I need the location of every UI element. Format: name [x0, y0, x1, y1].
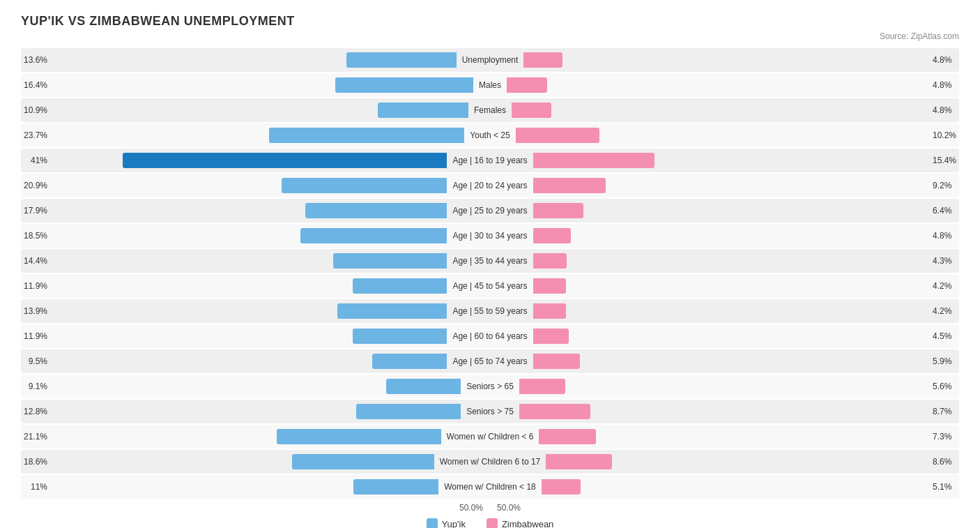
left-bar-wrap — [52, 153, 447, 168]
bar-row: 41%Age | 16 to 19 years15.4% — [21, 149, 959, 172]
center-label: Age | 30 to 34 years — [447, 231, 533, 241]
legend-item-zimbabwean: Zimbabwean — [487, 518, 553, 528]
left-bar-wrap — [52, 77, 473, 93]
bar-blue — [337, 303, 447, 319]
left-bar-wrap — [52, 52, 457, 68]
right-value: 5.6% — [933, 382, 959, 391]
bar-row: 13.6%Unemployment4.8% — [21, 48, 959, 72]
left-bar-wrap — [52, 329, 447, 344]
right-section: 4.8% — [512, 103, 959, 118]
left-bar-wrap — [52, 454, 434, 469]
left-value: 10.9% — [21, 105, 47, 115]
left-section: 11.9% — [21, 278, 447, 294]
right-bar-wrap — [533, 153, 928, 168]
bar-blue — [353, 278, 447, 294]
legend-item-yupik: Yup'ik — [427, 518, 466, 528]
right-value: 4.8% — [933, 231, 959, 241]
axis-right-label: 50.0% — [490, 503, 959, 513]
bar-blue — [292, 454, 434, 469]
center-label: Women w/ Children < 18 — [438, 482, 542, 492]
center-label: Age | 60 to 64 years — [447, 331, 533, 341]
bar-pink — [516, 128, 600, 143]
right-section: 4.5% — [533, 329, 959, 344]
right-bar-wrap — [533, 178, 928, 193]
right-bar-wrap — [533, 354, 928, 369]
left-value: 18.6% — [21, 457, 47, 467]
left-section: 16.4% — [21, 77, 473, 93]
left-section: 11.9% — [21, 329, 447, 344]
right-bar-wrap — [533, 329, 928, 344]
right-value: 7.3% — [933, 432, 959, 442]
center-label: Age | 20 to 24 years — [447, 181, 533, 190]
left-bar-wrap — [52, 379, 461, 394]
right-section: 4.8% — [533, 228, 959, 243]
bar-blue — [353, 479, 438, 495]
right-bar-wrap — [519, 379, 928, 394]
left-section: 41% — [21, 153, 447, 168]
left-value: 11.9% — [21, 281, 47, 291]
right-section: 4.2% — [533, 303, 959, 319]
bar-row: 18.5%Age | 30 to 34 years4.8% — [21, 224, 959, 248]
bar-blue — [378, 103, 468, 118]
bar-row: 11.9%Age | 60 to 64 years4.5% — [21, 324, 959, 348]
left-bar-wrap — [52, 228, 447, 243]
bar-row: 13.9%Age | 55 to 59 years4.2% — [21, 299, 959, 323]
bar-row: 10.9%Females4.8% — [21, 98, 959, 122]
left-bar-wrap — [52, 479, 438, 495]
right-value: 4.8% — [933, 105, 959, 115]
left-section: 13.9% — [21, 303, 447, 319]
right-bar-wrap — [533, 278, 928, 294]
bar-blue — [372, 354, 447, 369]
right-value: 5.9% — [933, 356, 959, 366]
left-section: 23.7% — [21, 128, 464, 143]
right-bar-wrap — [516, 128, 928, 143]
right-value: 4.3% — [933, 256, 959, 266]
left-section: 14.4% — [21, 253, 447, 269]
center-label: Age | 25 to 29 years — [447, 206, 533, 216]
left-value: 17.9% — [21, 206, 47, 216]
left-value: 9.1% — [21, 382, 47, 391]
bar-row: 9.1%Seniors > 655.6% — [21, 375, 959, 398]
right-bar-wrap — [533, 203, 928, 218]
bar-pink — [533, 153, 655, 168]
legend-label-yupik: Yup'ik — [442, 519, 466, 529]
right-bar-wrap — [546, 454, 928, 469]
bar-blue — [305, 203, 447, 218]
right-bar-wrap — [519, 404, 928, 419]
right-bar-wrap — [507, 77, 928, 93]
left-value: 18.5% — [21, 231, 47, 241]
left-value: 9.5% — [21, 356, 47, 366]
right-section: 8.7% — [519, 404, 959, 419]
left-section: 18.6% — [21, 454, 434, 469]
center-label: Age | 35 to 44 years — [447, 256, 533, 266]
left-value: 14.4% — [21, 256, 47, 266]
bar-pink — [533, 329, 569, 344]
right-section: 4.8% — [523, 52, 959, 68]
legend: Yup'ik Zimbabwean — [21, 518, 959, 528]
bar-row: 18.6%Women w/ Children 6 to 178.6% — [21, 450, 959, 474]
left-bar-wrap — [52, 103, 468, 118]
center-label: Age | 45 to 54 years — [447, 281, 533, 291]
left-section: 18.5% — [21, 228, 447, 243]
right-section: 15.4% — [533, 153, 959, 168]
left-section: 21.1% — [21, 429, 441, 444]
bar-pink — [542, 479, 581, 495]
bar-pink — [539, 429, 596, 444]
left-value: 13.6% — [21, 55, 47, 65]
right-value: 4.5% — [933, 331, 959, 341]
right-bar-wrap — [512, 103, 928, 118]
center-label: Age | 65 to 74 years — [447, 356, 533, 366]
left-value: 11% — [21, 482, 47, 492]
left-section: 20.9% — [21, 178, 447, 193]
right-value: 8.6% — [933, 457, 959, 467]
bar-pink — [519, 404, 590, 419]
right-value: 4.8% — [933, 80, 959, 90]
left-bar-wrap — [52, 404, 461, 419]
left-section: 12.8% — [21, 404, 461, 419]
bar-row: 14.4%Age | 35 to 44 years4.3% — [21, 249, 959, 273]
bar-pink — [533, 203, 584, 218]
bar-blue — [282, 178, 447, 193]
left-section: 17.9% — [21, 203, 447, 218]
right-section: 10.2% — [516, 128, 959, 143]
right-section: 4.3% — [533, 253, 959, 269]
